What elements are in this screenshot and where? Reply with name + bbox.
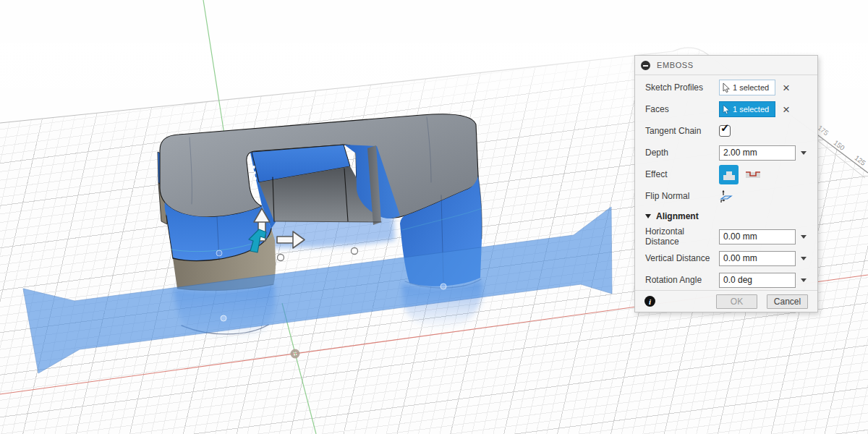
dialog-footer: i OK Cancel xyxy=(635,290,817,312)
sketch-point-faint[interactable] xyxy=(441,284,446,289)
cursor-icon xyxy=(723,105,730,114)
row-rotation-angle: Rotation Angle xyxy=(635,269,817,291)
sketch-profiles-clear-icon[interactable]: × xyxy=(783,82,790,94)
collapse-triangle-icon xyxy=(645,214,651,218)
tangent-chain-label: Tangent Chain xyxy=(645,126,719,136)
tangent-chain-checkbox[interactable]: ✓ xyxy=(719,125,731,137)
rotation-angle-input[interactable] xyxy=(719,273,796,288)
row-alignment-header[interactable]: Alignment xyxy=(635,207,817,226)
dialog-header[interactable]: EMBOSS xyxy=(635,56,817,75)
vertical-distance-dropdown-icon[interactable] xyxy=(801,257,807,260)
rotation-angle-dropdown-icon[interactable] xyxy=(801,278,807,282)
faces-selection-button[interactable]: 1 selected xyxy=(719,101,775,117)
collapse-icon[interactable] xyxy=(641,61,650,70)
horizontal-distance-input[interactable] xyxy=(719,229,796,244)
row-faces: Faces 1 selected × xyxy=(635,98,817,120)
alignment-section-label: Alignment xyxy=(656,211,699,221)
sketch-point[interactable] xyxy=(352,248,358,255)
info-icon[interactable]: i xyxy=(644,296,655,307)
emboss-dialog: EMBOSS Sketch Profiles 1 selected × Face… xyxy=(634,55,818,312)
cursor-icon xyxy=(723,83,730,93)
row-sketch-profiles: Sketch Profiles 1 selected × xyxy=(635,77,817,98)
ok-button[interactable]: OK xyxy=(716,294,757,309)
sketch-profiles-selection-button[interactable]: 1 selected xyxy=(719,80,775,95)
deboss-recessed-icon xyxy=(744,168,762,181)
emboss-raised-icon xyxy=(720,166,738,183)
depth-input[interactable] xyxy=(719,145,796,161)
faces-label: Faces xyxy=(645,104,719,114)
sketch-profiles-label: Sketch Profiles xyxy=(645,82,719,93)
row-flip-normal: Flip Normal xyxy=(635,185,817,207)
horizontal-distance-dropdown-icon[interactable] xyxy=(801,235,807,239)
sketch-point-faint[interactable] xyxy=(216,250,222,256)
faces-clear-icon[interactable]: × xyxy=(783,103,790,116)
dialog-title: EMBOSS xyxy=(657,61,694,69)
row-depth: Depth xyxy=(635,142,817,163)
fusion-viewport: 175 150 125 xyxy=(0,0,868,434)
row-tangent-chain: Tangent Chain ✓ xyxy=(635,120,817,142)
faces-count: 1 selected xyxy=(733,105,769,114)
depth-dropdown-icon[interactable] xyxy=(801,151,807,155)
flip-normal-icon[interactable] xyxy=(719,190,733,203)
deboss-effect-icon[interactable] xyxy=(744,168,762,181)
vertical-distance-input[interactable] xyxy=(719,251,796,266)
row-vertical-distance: Vertical Distance xyxy=(635,247,817,269)
rotation-angle-label: Rotation Angle xyxy=(645,275,719,285)
effect-label: Effect xyxy=(645,169,719,179)
sketch-point[interactable] xyxy=(278,255,284,261)
flip-normal-label: Flip Normal xyxy=(645,191,719,201)
emboss-effect-icon[interactable] xyxy=(719,165,739,184)
row-effect: Effect xyxy=(635,163,817,185)
vertical-distance-label: Vertical Distance xyxy=(645,253,719,263)
row-horizontal-distance: Horizontal Distance xyxy=(635,226,817,247)
sketch-profiles-count: 1 selected xyxy=(733,83,769,92)
horizontal-distance-label: Horizontal Distance xyxy=(645,226,719,247)
sketch-point-faint[interactable] xyxy=(221,315,226,321)
cancel-button[interactable]: Cancel xyxy=(767,294,808,309)
check-icon: ✓ xyxy=(720,122,730,135)
depth-label: Depth xyxy=(645,148,719,158)
